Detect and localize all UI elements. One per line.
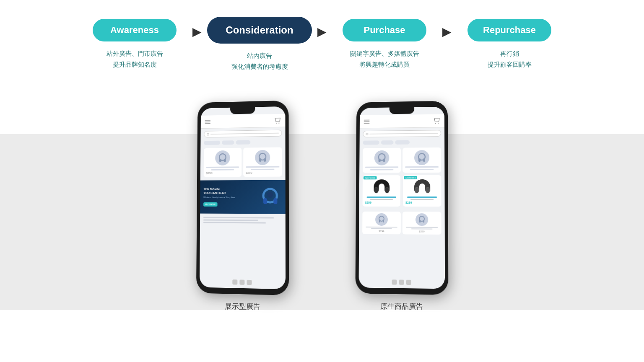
right-phone-label: 原生商品廣告 (380, 302, 423, 311)
product-line-r1a (365, 166, 398, 168)
product-grid-right-top (359, 146, 444, 175)
consideration-desc: 站內廣告 強化消費者的考慮度 (231, 50, 288, 72)
repurchase-desc: 再行銷 提升顧客回購率 (488, 48, 532, 70)
product-img-1 (215, 150, 230, 165)
svg-point-12 (435, 123, 436, 124)
listing-line-1a (367, 197, 397, 198)
svg-rect-33 (423, 220, 424, 222)
product-img-r2 (414, 150, 429, 165)
search-bar-right (363, 130, 441, 137)
search-icon (207, 133, 209, 135)
listing-price-2: $299 (405, 201, 412, 204)
svg-point-26 (415, 187, 419, 193)
search-bar-left (204, 130, 282, 138)
right-phone-notch (390, 107, 414, 114)
sponsored-listing: Sponsored $299 (359, 174, 445, 207)
funnel-item-purchase: Purchase 關鍵字廣告、多媒體廣告 將興趣轉化成購買 (330, 19, 439, 70)
nav-dot-3 (247, 280, 252, 285)
product-price-1: $299 (206, 172, 213, 175)
product-line-1b (211, 169, 234, 170)
product-card-r2 (402, 147, 441, 173)
svg-point-0 (276, 122, 277, 123)
svg-rect-6 (259, 158, 261, 162)
nav-dot-r1 (392, 279, 397, 284)
sponsored-badge-2: Sponsored (404, 176, 417, 179)
svg-point-27 (426, 187, 430, 193)
svg-rect-32 (419, 220, 421, 222)
svg-rect-10 (273, 198, 277, 204)
funnel-item-consideration: Consideration 站內廣告 強化消費者的考慮度 (205, 17, 314, 72)
search-line-right (369, 133, 438, 134)
svg-rect-29 (379, 220, 380, 222)
svg-point-23 (385, 187, 389, 193)
sponsored-card-1: Sponsored $299 (363, 175, 401, 207)
consideration-badge: Consideration (207, 17, 312, 44)
product-line-2a (246, 166, 279, 168)
right-phone-wrapper: Sponsored $299 (356, 101, 448, 311)
svg-point-13 (438, 123, 439, 124)
product-img-r1 (374, 150, 390, 165)
svg-point-11 (267, 191, 273, 197)
real-headphone-left (371, 178, 392, 195)
product-price-2: $299 (246, 171, 252, 174)
real-headphone-right (412, 178, 433, 195)
product-card-2: $299 (243, 147, 282, 177)
svg-rect-19 (423, 158, 425, 162)
svg-point-1 (278, 122, 279, 123)
cart-icon-right (434, 118, 440, 124)
product-card-r1 (363, 148, 401, 173)
listing-line-2b (410, 199, 434, 200)
listing-line-1b (370, 199, 393, 200)
svg-rect-15 (379, 159, 381, 162)
nav-dot-2 (239, 279, 244, 284)
svg-rect-7 (264, 158, 266, 162)
product-line-r1b (370, 169, 393, 170)
svg-rect-9 (263, 198, 267, 204)
bottom-card-1: $299 (362, 212, 401, 234)
funnel-section: Awareness 站外廣告、門市廣告 提升品牌知名度 ▶ Considerat… (0, 0, 644, 80)
svg-rect-30 (383, 220, 384, 222)
purchase-desc: 關鍵字廣告、多媒體廣告 將興趣轉化成購買 (350, 48, 419, 70)
product-card-1: $299 (204, 148, 242, 177)
product-line-r2b (410, 169, 434, 170)
nav-dots-left (232, 279, 252, 285)
arrow-3: ▶ (442, 25, 452, 64)
product-grid-top: $299 $299 (200, 145, 286, 178)
menu-icon (205, 120, 210, 124)
menu-icon-right (364, 119, 370, 124)
buy-now-btn[interactable]: BUY NOW (203, 202, 217, 207)
arrow-2: ▶ (317, 25, 327, 64)
left-phone-notch (230, 107, 255, 114)
repurchase-badge: Repurchase (467, 19, 551, 41)
nav-dots-right (392, 279, 411, 285)
bottom-product-row: $299 $299 (359, 210, 445, 236)
product-line-r2a (405, 166, 439, 168)
nav-dot-1 (232, 279, 237, 284)
nav-dot-r2 (399, 279, 404, 284)
banner-ad: THE MAGIC YOU CAN HEAR Wireless Headphon… (200, 180, 286, 214)
product-img-2 (255, 150, 270, 165)
product-line-1a (206, 166, 239, 168)
screen-header-left (201, 114, 286, 129)
bottom-card-2: $299 (402, 212, 441, 235)
product-line-2b (251, 169, 274, 170)
banner-text-2: YOU CAN HEAR (203, 191, 235, 195)
funnel-item-repurchase: Repurchase 再行銷 提升顧客回購率 (455, 19, 564, 70)
listing-line-2a (407, 197, 437, 198)
svg-point-22 (374, 187, 378, 193)
sponsored-badge-1: Sponsored (364, 176, 377, 179)
bottom-img-2 (415, 213, 428, 226)
svg-rect-18 (418, 158, 421, 162)
right-phone-screen: Sponsored $299 (358, 107, 445, 289)
nav-dot-r3 (406, 280, 411, 285)
left-phone-label: 展示型廣告 (225, 302, 260, 311)
cart-icon (274, 117, 281, 123)
left-phone-screen: $299 $299 (200, 106, 286, 290)
arrow-1: ▶ (192, 25, 202, 64)
right-phone: Sponsored $299 (355, 101, 448, 295)
left-phone: $299 $299 (196, 101, 289, 295)
awareness-badge: Awareness (93, 19, 177, 41)
screen-header-right (360, 114, 444, 129)
bottom-img-1 (375, 213, 388, 226)
svg-rect-4 (224, 159, 226, 162)
